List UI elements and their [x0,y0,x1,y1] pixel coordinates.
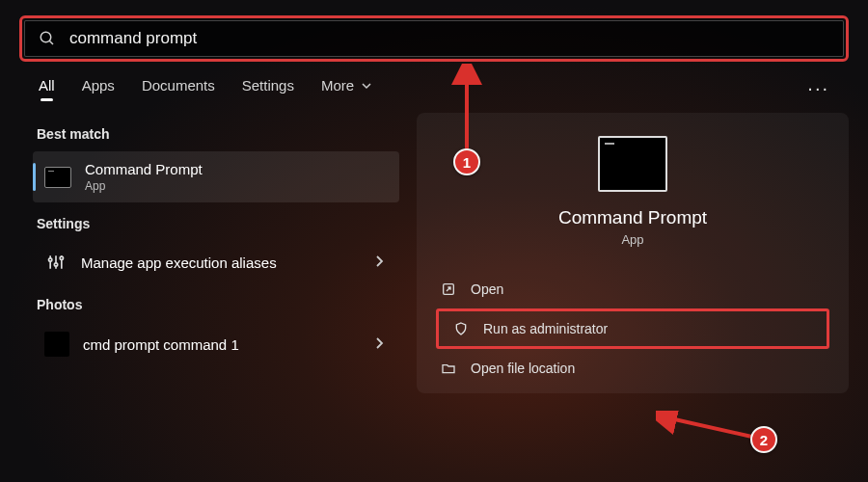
chevron-right-icon [374,336,384,352]
tab-more[interactable]: More [321,77,371,99]
tab-more-label: More [321,77,354,94]
tab-apps[interactable]: Apps [82,77,115,99]
svg-point-3 [49,258,52,261]
action-open-location-label: Open file location [471,361,575,376]
action-open-file-location[interactable]: Open file location [426,351,839,386]
results-column: Best match Command Prompt App Settings M… [33,113,399,393]
preview-app-name: Command Prompt [558,207,707,228]
photos-header: Photos [37,297,399,312]
shield-icon [452,320,470,337]
open-icon [440,281,457,298]
svg-point-0 [41,32,51,42]
photos-item-label: cmd prompt command 1 [83,336,361,353]
svg-point-7 [60,256,63,259]
annotation-arrow-2 [656,411,762,443]
result-manage-aliases[interactable]: Manage app execution aliases [33,241,399,283]
search-bar[interactable] [24,20,844,57]
app-tile-icon [598,136,667,192]
photo-thumbnail [44,332,69,357]
preview-panel: Command Prompt App Open Run as administr… [417,113,849,393]
result-photo-cmd[interactable]: cmd prompt command 1 [33,322,399,366]
result-subtitle: App [85,179,388,193]
chevron-down-icon [362,77,371,94]
tab-settings[interactable]: Settings [242,77,294,99]
result-command-prompt[interactable]: Command Prompt App [33,151,399,202]
search-input[interactable] [69,29,829,48]
chevron-right-icon [374,254,384,270]
action-open-label: Open [471,281,503,297]
cmd-icon [44,167,71,188]
svg-line-10 [662,416,756,438]
best-match-header: Best match [37,126,399,142]
sliders-icon [44,251,68,274]
svg-point-5 [54,263,57,266]
annotation-badge-1: 1 [453,148,480,175]
search-highlight-box [19,15,849,62]
filter-tabs: All Apps Documents Settings More ··· [0,69,868,103]
action-run-as-admin[interactable]: Run as administrator [436,308,829,349]
settings-item-label: Manage app execution aliases [81,254,361,271]
preview-app-type: App [621,232,643,247]
annotation-badge-2: 2 [750,426,777,453]
tab-documents[interactable]: Documents [142,77,215,99]
more-options-button[interactable]: ··· [807,77,829,99]
result-title: Command Prompt [85,161,388,177]
search-icon [39,30,56,47]
folder-icon [440,360,457,377]
action-open[interactable]: Open [426,272,839,307]
settings-header: Settings [37,216,399,231]
tab-all[interactable]: All [39,77,55,99]
svg-line-1 [49,40,53,44]
action-run-as-admin-label: Run as administrator [483,321,608,336]
